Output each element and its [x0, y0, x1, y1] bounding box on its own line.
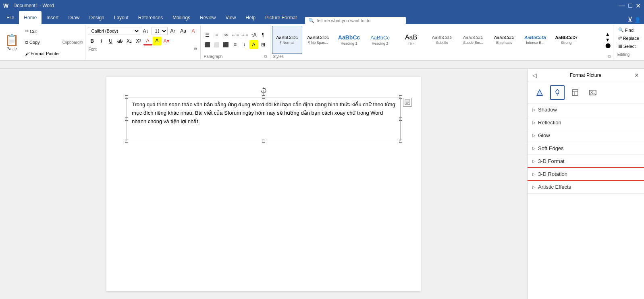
section-artistic-effects[interactable]: ▷ Artistic Effects	[528, 181, 644, 194]
panel-back-btn[interactable]: ◁	[532, 72, 537, 78]
clipboard-expand-icon[interactable]: ⧉	[80, 40, 83, 45]
replace-button[interactable]: ⇄ Replace	[617, 35, 641, 41]
panel-close-btn[interactable]: ✕	[634, 72, 639, 78]
decrease-indent-btn[interactable]: ←≡	[231, 31, 240, 39]
section-3d-rotation-header[interactable]: ▷ 3-D Rotation	[528, 168, 644, 180]
text-box-wrapper: Trong quá trình soạn thảo văn bản bằng ứ…	[127, 97, 401, 141]
styles-scroll[interactable]: ▲ ▼ ⬤	[605, 26, 611, 54]
section-glow-header[interactable]: ▷ Glow	[528, 129, 644, 142]
increase-indent-btn[interactable]: →≡	[240, 31, 249, 39]
account-icon[interactable]: 👤	[634, 17, 641, 23]
maximize-button[interactable]: □	[628, 2, 632, 9]
justify-btn[interactable]: ≡	[231, 40, 240, 49]
close-button[interactable]: ✕	[636, 2, 641, 10]
style-subtle-em[interactable]: AaBbCcDi Subtle Em...	[458, 26, 488, 54]
tab-home[interactable]: Home	[19, 11, 42, 24]
text-box[interactable]: Trong quá trình soạn thảo văn bản bằng ứ…	[127, 97, 401, 141]
show-formatting-btn[interactable]: ¶	[259, 31, 268, 39]
picture-icon-btn[interactable]	[586, 85, 600, 100]
font-size-decrease-btn[interactable]: A↓	[141, 27, 150, 35]
tab-insert[interactable]: Insert	[42, 11, 63, 24]
format-painter-button[interactable]: 🖌 Format Painter	[23, 50, 62, 57]
style-no-spacing[interactable]: AaBbCcDc ¶ No Spac...	[303, 26, 333, 54]
style-strong[interactable]: AaBbCcDr Strong	[551, 26, 582, 54]
cut-button[interactable]: ✂ Cut	[23, 28, 62, 35]
find-button[interactable]: 🔍 Find	[617, 27, 641, 33]
section-reflection-header[interactable]: ▷ Reflection	[528, 116, 644, 129]
tab-pictureformat[interactable]: Picture Format	[260, 11, 302, 24]
ribbon-tabs: File Home Insert Draw Design Layout Refe…	[0, 11, 644, 24]
sort-btn[interactable]: ↕A	[249, 31, 258, 39]
section-3d-format-header[interactable]: ▷ 3-D Format	[528, 155, 644, 167]
multilevel-btn[interactable]: ≋	[222, 31, 231, 39]
italic-btn[interactable]: I	[97, 37, 106, 45]
style-heading1[interactable]: AaBbCc Heading 1	[334, 26, 364, 54]
numbering-btn[interactable]: ≡	[212, 31, 221, 39]
scroll-down-icon[interactable]: ▼	[605, 37, 611, 43]
section-soft-edges-header[interactable]: ▷ Soft Edges	[528, 142, 644, 155]
section-reflection[interactable]: ▷ Reflection	[528, 116, 644, 129]
strikethrough-btn[interactable]: ab	[116, 37, 125, 45]
layout-icon-btn[interactable]	[568, 85, 582, 100]
tab-help[interactable]: Help	[241, 11, 260, 24]
text-layout-icon[interactable]	[403, 98, 412, 107]
section-soft-edges[interactable]: ▷ Soft Edges	[528, 142, 644, 155]
fill-line-icon-btn[interactable]	[532, 85, 547, 100]
effects-icon-btn active[interactable]	[550, 85, 565, 100]
align-left-btn[interactable]: ⬛	[203, 40, 212, 49]
style-subtitle-label: Subtitle	[436, 41, 448, 45]
minimize-button[interactable]: —	[619, 2, 625, 9]
text-color-btn[interactable]: A	[143, 37, 152, 45]
search-bar[interactable]: 🔍	[305, 17, 406, 24]
tab-view[interactable]: View	[221, 11, 241, 24]
section-3d-rotation[interactable]: ▷ 3-D Rotation	[528, 168, 644, 181]
style-title[interactable]: AaB Title	[396, 26, 426, 54]
minimize-ribbon-btn[interactable]: ⊻	[627, 15, 633, 24]
tab-mailings[interactable]: Mailings	[168, 11, 195, 24]
style-emphasis[interactable]: AaBbCcDi Emphasis	[489, 26, 519, 54]
search-input[interactable]	[316, 18, 403, 23]
align-center-btn[interactable]: ⬜	[212, 40, 221, 49]
section-artistic-effects-header[interactable]: ▷ Artistic Effects	[528, 181, 644, 193]
bold-btn[interactable]: B	[88, 37, 97, 45]
font-size-select[interactable]: 11	[152, 27, 168, 35]
style-normal[interactable]: AaBbCcDc ¶ Normal	[272, 26, 302, 54]
tab-layout[interactable]: Layout	[109, 11, 133, 24]
style-intense-em[interactable]: AaBbCcDi Intense E...	[520, 26, 551, 54]
paragraph-expand-icon[interactable]: ⧉	[264, 54, 267, 59]
superscript-btn[interactable]: X²	[134, 37, 143, 45]
scroll-up-icon[interactable]: ▲	[605, 31, 611, 37]
tab-design[interactable]: Design	[84, 11, 109, 24]
font-expand-icon[interactable]: ⧉	[194, 47, 197, 52]
style-heading2[interactable]: AaBbCc Heading 2	[365, 26, 395, 54]
styles-expand-icon[interactable]: ⧉	[608, 54, 611, 59]
styles-footer: Styles ⧉	[272, 54, 611, 59]
borders-btn[interactable]: ⊞	[259, 40, 268, 49]
expand-styles-icon[interactable]: ⬤	[605, 43, 611, 48]
shading-btn[interactable]: A	[249, 40, 258, 49]
font-color-btn[interactable]: A▾	[162, 37, 171, 45]
tab-draw[interactable]: Draw	[63, 11, 84, 24]
line-spacing-btn[interactable]: ↕	[240, 40, 249, 49]
font-family-select[interactable]: Calibri (Body)	[88, 27, 140, 35]
align-right-btn[interactable]: ⬛	[222, 40, 231, 49]
bullets-btn[interactable]: ☰	[203, 31, 212, 39]
clear-format-btn[interactable]: A	[189, 27, 198, 35]
section-3d-format[interactable]: ▷ 3-D Format	[528, 155, 644, 168]
copy-button[interactable]: ⧉ Copy	[23, 39, 62, 46]
paragraph-group: ☰ ≡ ≋ ←≡ →≡ ↕A ¶ ⬛ ⬜ ⬛ ≡ ↕ A ⊞	[201, 25, 270, 60]
change-case-btn[interactable]: Aa	[179, 27, 188, 35]
style-subtitle[interactable]: AaBbCcDi Subtitle	[427, 26, 457, 54]
paste-button[interactable]: 📋 Paste	[2, 26, 22, 59]
subscript-btn[interactable]: X₂	[125, 37, 134, 45]
font-size-increase-btn[interactable]: A↑	[169, 27, 178, 35]
tab-file[interactable]: File	[2, 11, 19, 24]
tab-review[interactable]: Review	[195, 11, 220, 24]
section-shadow[interactable]: ▷ Shadow	[528, 103, 644, 116]
tab-references[interactable]: References	[133, 11, 168, 24]
section-glow[interactable]: ▷ Glow	[528, 129, 644, 142]
section-shadow-header[interactable]: ▷ Shadow	[528, 103, 644, 116]
select-button[interactable]: ▦ Select	[617, 43, 641, 49]
text-highlight-btn[interactable]: A	[153, 37, 162, 45]
underline-btn[interactable]: U	[106, 37, 115, 45]
